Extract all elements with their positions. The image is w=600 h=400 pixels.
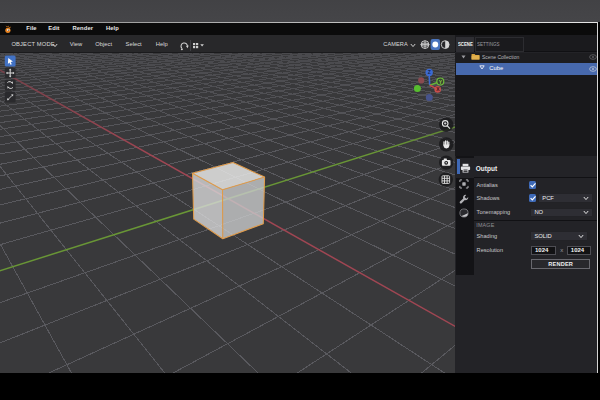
svg-text:Z: Z: [428, 69, 431, 75]
